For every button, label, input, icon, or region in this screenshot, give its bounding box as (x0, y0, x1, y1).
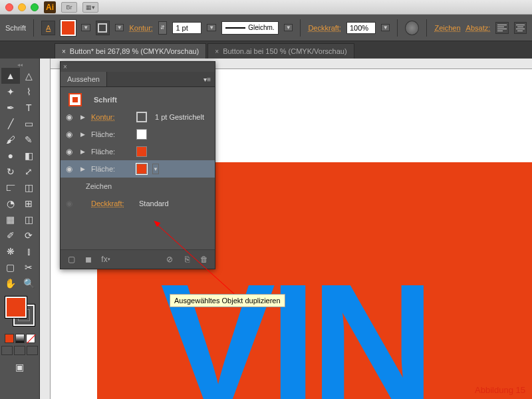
appearance-row-fill-2[interactable]: ◉ ▶ Fläche: (61, 143, 215, 160)
row-swatch[interactable] (136, 129, 147, 140)
stroke-dropdown[interactable]: ▼ (115, 24, 124, 31)
opacity-menu[interactable]: ▼ (381, 24, 390, 31)
rectangle-tool[interactable]: ▭ (20, 116, 39, 132)
gradient-tool[interactable]: ◫ (20, 211, 39, 227)
perspective-tool[interactable]: ⊞ (20, 196, 39, 211)
tab-close-icon[interactable]: × (215, 48, 219, 55)
panel-menu-icon[interactable]: ▾≡ (200, 73, 215, 86)
stroke-weight-menu[interactable]: ▼ (207, 24, 215, 31)
screen-mode-button[interactable]: ▣ (11, 359, 29, 375)
opacity-link[interactable]: Deckkraft: (308, 24, 341, 32)
eraser-tool[interactable]: ◧ (20, 148, 39, 164)
row-value: Standard (139, 200, 169, 207)
appearance-row-stroke[interactable]: ◉ ▶ Kontur: 1 pt Gestrichelt (61, 108, 215, 126)
fill-swatch[interactable] (61, 20, 76, 36)
blend-tool[interactable]: ⟳ (20, 227, 39, 243)
lasso-tool[interactable]: ⌇ (20, 84, 39, 100)
opacity-field[interactable] (346, 22, 376, 34)
expand-icon[interactable]: ▶ (80, 166, 86, 172)
blob-brush-tool[interactable]: ● (1, 148, 20, 164)
stroke-profile-menu[interactable]: ▼ (284, 24, 293, 31)
bridge-button[interactable]: Br (61, 2, 77, 13)
visibility-icon[interactable]: ◉ (66, 164, 75, 174)
arrange-documents-button[interactable]: ▦▾ (82, 2, 98, 13)
zoom-tool[interactable]: 🔍 (20, 275, 39, 291)
stroke-panel-link[interactable]: Kontur: (129, 24, 152, 32)
color-mode-gradient[interactable] (15, 334, 25, 343)
mesh-tool[interactable]: ▦ (1, 211, 20, 227)
appearance-row-opacity[interactable]: ◉ Deckkraft: Standard (61, 195, 215, 212)
appearance-tab[interactable]: Aussehen (61, 72, 107, 86)
rotate-tool[interactable]: ↻ (1, 164, 20, 180)
add-effect-icon[interactable]: fx▾ (100, 254, 111, 265)
tooltip: Ausgewähltes Objekt duplizieren (170, 294, 285, 307)
type-tool[interactable]: T (20, 100, 39, 116)
minimize-window[interactable] (18, 3, 26, 11)
document-tab-2[interactable]: × Button.ai bei 150 % (CMYK/Vorschau) (207, 43, 354, 59)
selection-tool[interactable]: ▲ (1, 68, 20, 84)
panel-close-icon[interactable]: × (61, 62, 215, 72)
artboard-tool[interactable]: ▢ (1, 259, 20, 275)
scale-tool[interactable]: ⤢ (20, 164, 39, 180)
hand-tool[interactable]: ✋ (1, 275, 20, 291)
stroke-weight-down[interactable]: ⇵ (158, 21, 167, 35)
visibility-icon[interactable]: ◉ (66, 147, 75, 156)
toolbox-grip[interactable]: ◂◂ (1, 61, 38, 68)
slice-tool[interactable]: ✂ (20, 259, 39, 275)
line-tool[interactable]: ╱ (1, 116, 20, 132)
shape-builder-tool[interactable]: ◔ (1, 196, 20, 211)
visibility-icon[interactable]: ◉ (66, 199, 75, 208)
expand-icon[interactable]: ▶ (80, 148, 86, 155)
row-label[interactable]: Kontur: (91, 113, 131, 121)
tab-close-icon[interactable]: × (62, 48, 66, 55)
row-swatch[interactable] (136, 146, 147, 157)
free-transform-tool[interactable]: ◫ (20, 180, 39, 196)
type-thumbnail-icon (68, 93, 82, 106)
appearance-row-characters[interactable]: Zeichen (61, 178, 215, 195)
character-color-icon[interactable]: A (41, 21, 55, 35)
draw-normal[interactable] (1, 346, 13, 355)
appearance-row-fill-3[interactable]: ◉ ▶ Fläche: ▼ (61, 160, 215, 178)
stroke-swatch[interactable] (96, 21, 110, 35)
ruler-vertical[interactable] (40, 59, 51, 399)
fill-color-box[interactable] (5, 297, 27, 318)
close-window[interactable] (5, 3, 13, 11)
color-mode-none[interactable] (26, 334, 35, 343)
expand-icon[interactable]: ▶ (80, 131, 86, 138)
eyedropper-tool[interactable]: ✐ (1, 227, 20, 243)
expand-icon[interactable]: ▶ (80, 114, 86, 120)
draw-behind[interactable] (14, 346, 25, 355)
recolor-icon[interactable] (405, 21, 419, 35)
pencil-tool[interactable]: ✎ (20, 132, 39, 148)
graph-tool[interactable]: ⫿ (20, 243, 39, 259)
character-panel-link[interactable]: Zeichen (434, 24, 460, 32)
row-swatch[interactable] (136, 164, 147, 174)
magic-wand-tool[interactable]: ✦ (1, 84, 20, 100)
align-left-button[interactable] (495, 22, 508, 34)
stroke-weight-field[interactable] (172, 22, 201, 34)
visibility-icon[interactable]: ◉ (66, 130, 75, 139)
draw-inside[interactable] (27, 346, 38, 355)
swatch-dropdown-icon[interactable]: ▼ (152, 164, 159, 174)
symbol-sprayer-tool[interactable]: ❋ (1, 243, 20, 259)
stroke-profile[interactable]: Gleichm. (221, 21, 279, 35)
align-center-button[interactable] (514, 22, 527, 34)
paragraph-panel-link[interactable]: Absatz: (466, 24, 491, 32)
zoom-window[interactable] (31, 3, 39, 11)
new-fill-icon[interactable]: ◼ (83, 254, 94, 265)
paintbrush-tool[interactable]: 🖌 (1, 132, 20, 148)
clear-appearance-icon[interactable]: ⊘ (164, 254, 175, 265)
window-controls (5, 3, 39, 11)
width-tool[interactable]: ⫍ (1, 180, 20, 196)
visibility-icon[interactable]: ◉ (66, 112, 75, 122)
pen-tool[interactable]: ✒ (1, 100, 20, 116)
row-label[interactable]: Deckkraft: (91, 200, 131, 207)
color-mode-solid[interactable] (5, 334, 14, 343)
row-swatch[interactable] (136, 112, 147, 122)
direct-selection-tool[interactable]: △ (20, 68, 39, 84)
fill-stroke-control[interactable] (5, 297, 35, 326)
fill-dropdown[interactable]: ▼ (81, 24, 90, 31)
new-stroke-icon[interactable]: ▢ (66, 254, 76, 265)
appearance-row-fill-1[interactable]: ◉ ▶ Fläche: (61, 126, 215, 143)
document-tab-1[interactable]: × Button* bei 267,89 % (CMYK/Vorschau) (55, 43, 206, 59)
